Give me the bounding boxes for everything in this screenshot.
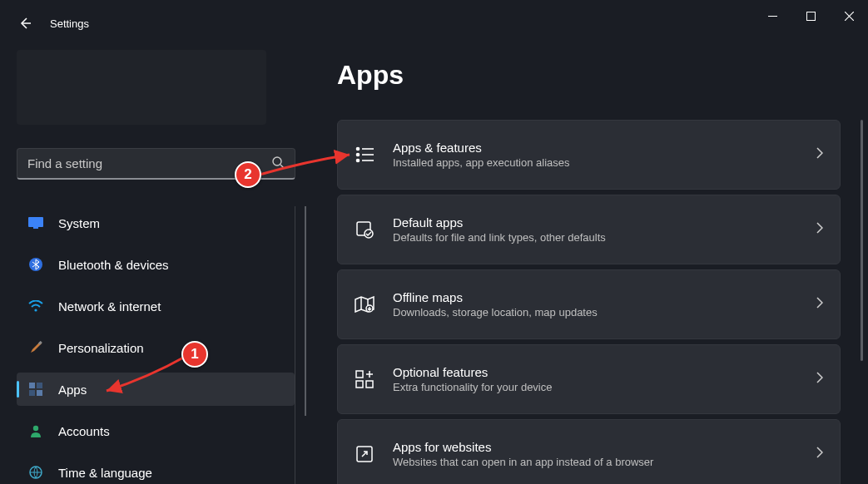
sidebar-scrollbar[interactable]: [305, 206, 306, 416]
back-button[interactable]: [17, 15, 33, 32]
sidebar-item-label: System: [58, 216, 100, 230]
card-default-apps[interactable]: Default apps Defaults for file and link …: [337, 195, 841, 264]
sidebar-item-network[interactable]: Network & internet: [17, 289, 295, 323]
svg-rect-11: [37, 390, 42, 396]
bluetooth-icon: [28, 257, 43, 272]
globe-clock-icon: [28, 465, 43, 480]
card-apps-features[interactable]: Apps & features Installed apps, app exec…: [337, 120, 841, 190]
annotation-arrow-1: [98, 353, 191, 399]
card-apps-for-websites[interactable]: Apps for websites Websites that can open…: [337, 419, 841, 484]
page-title: Apps: [337, 60, 404, 91]
svg-rect-3: [28, 217, 43, 227]
card-title: Apps & features: [393, 141, 798, 155]
card-optional-features[interactable]: Optional features Extra functionality fo…: [337, 344, 841, 414]
svg-point-15: [357, 154, 360, 156]
maximize-button[interactable]: [791, 0, 830, 32]
card-title: Offline maps: [393, 290, 798, 304]
sidebar-item-label: Accounts: [58, 424, 110, 438]
svg-point-14: [357, 148, 360, 151]
annotation-badge-1: 1: [181, 341, 208, 368]
card-subtitle: Defaults for file and link types, other …: [393, 231, 798, 244]
svg-point-6: [34, 309, 37, 311]
card-subtitle: Websites that can open in an app instead…: [393, 456, 798, 468]
user-profile-block[interactable]: [17, 50, 266, 125]
sidebar-item-label: Network & internet: [58, 299, 161, 314]
window-controls: [753, 0, 868, 32]
sidebar-item-label: Time & language: [58, 466, 152, 480]
card-subtitle: Downloads, storage location, map updates: [393, 306, 798, 319]
person-icon: [28, 423, 43, 438]
sidebar-item-time[interactable]: Time & language: [17, 456, 295, 484]
wifi-icon: [28, 299, 43, 314]
settings-cards: Apps & features Installed apps, app exec…: [337, 120, 841, 484]
sidebar-item-label: Apps: [58, 383, 87, 397]
svg-rect-10: [29, 390, 35, 396]
svg-rect-0: [768, 16, 777, 17]
svg-rect-4: [33, 227, 38, 229]
card-title: Optional features: [393, 365, 798, 379]
svg-rect-1: [806, 12, 815, 20]
header: Settings: [17, 15, 89, 32]
chevron-right-icon: [816, 222, 823, 237]
apps-icon: [28, 382, 43, 397]
annotation-arrow-2: [256, 146, 356, 180]
chevron-right-icon: [816, 297, 823, 312]
window-link-icon: [355, 444, 374, 464]
card-title: Default apps: [393, 215, 798, 230]
sidebar-item-system[interactable]: System: [17, 206, 295, 240]
annotation-badge-2: 2: [235, 161, 261, 188]
chevron-right-icon: [816, 147, 823, 162]
card-subtitle: Installed apps, app execution aliases: [393, 156, 798, 169]
map-icon: [355, 294, 374, 314]
list-icon: [355, 145, 374, 165]
svg-point-16: [357, 160, 360, 162]
card-title: Apps for websites: [393, 440, 798, 454]
sidebar-nav: System Bluetooth & devices Network & int…: [17, 206, 295, 484]
svg-rect-21: [366, 381, 373, 388]
svg-point-12: [33, 426, 38, 431]
svg-rect-9: [37, 383, 42, 388]
paintbrush-icon: [28, 340, 43, 355]
chevron-right-icon: [816, 372, 823, 387]
svg-rect-22: [356, 381, 363, 388]
close-button[interactable]: [830, 0, 868, 32]
svg-rect-20: [356, 371, 363, 378]
minimize-button[interactable]: [753, 0, 791, 32]
search-input[interactable]: [27, 156, 271, 170]
content-scrollbar[interactable]: [861, 120, 863, 361]
sidebar-item-accounts[interactable]: Accounts: [17, 414, 295, 447]
monitor-icon: [28, 215, 43, 230]
grid-plus-icon: [355, 369, 374, 389]
card-subtitle: Extra functionality for your device: [393, 381, 798, 393]
sidebar-item-bluetooth[interactable]: Bluetooth & devices: [17, 248, 295, 281]
default-apps-icon: [355, 220, 374, 240]
chevron-right-icon: [816, 447, 823, 462]
app-title: Settings: [50, 17, 89, 30]
card-offline-maps[interactable]: Offline maps Downloads, storage location…: [337, 269, 841, 339]
sidebar-item-label: Bluetooth & devices: [58, 258, 169, 272]
svg-rect-8: [29, 383, 35, 388]
